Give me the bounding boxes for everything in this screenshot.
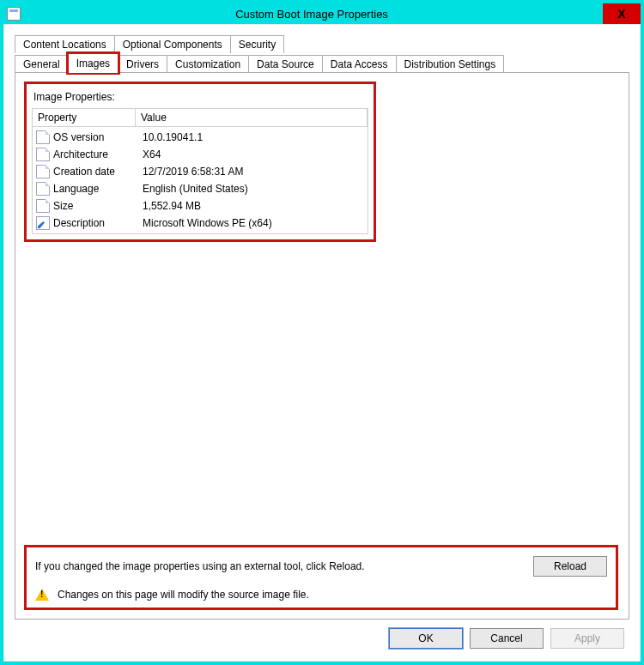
tab-data-access[interactable]: Data Access bbox=[322, 55, 397, 73]
section-title: Image Properties: bbox=[33, 91, 368, 103]
cell-value: X64 bbox=[143, 148, 364, 160]
table-body: OS version 10.0.19041.1 Architecture X64… bbox=[33, 127, 368, 233]
close-button[interactable]: X bbox=[603, 3, 641, 24]
table-row[interactable]: OS version 10.0.19041.1 bbox=[33, 129, 368, 146]
table-header: Property Value bbox=[33, 109, 368, 127]
page-icon bbox=[36, 148, 50, 161]
cancel-button[interactable]: Cancel bbox=[470, 628, 544, 649]
cell-value: 10.0.19041.1 bbox=[143, 131, 364, 143]
cell-property: Creation date bbox=[53, 166, 139, 178]
page-icon bbox=[36, 165, 50, 178]
tab-row-1: Content Locations Optional Components Se… bbox=[15, 35, 629, 53]
table-row[interactable]: Size 1,552.94 MB bbox=[33, 197, 368, 215]
tab-drivers[interactable]: Drivers bbox=[118, 55, 167, 73]
tab-label: Optional Components bbox=[123, 39, 222, 51]
col-header-property[interactable]: Property bbox=[33, 109, 136, 127]
tab-distribution-settings[interactable]: Distribution Settings bbox=[396, 55, 505, 73]
bottom-section: If you changed the image properties usin… bbox=[24, 545, 618, 610]
warning-message: Changes on this page will modify the sou… bbox=[58, 589, 309, 601]
tab-label: General bbox=[23, 58, 60, 70]
tab-row-2: General Images Drivers Customization Dat… bbox=[15, 53, 629, 73]
window-title: Custom Boot Image Properties bbox=[21, 8, 603, 21]
spacer bbox=[24, 242, 618, 541]
table-row[interactable]: Description Microsoft Windows PE (x64) bbox=[33, 215, 368, 232]
cell-property: Language bbox=[53, 183, 139, 195]
table-row[interactable]: Language English (United States) bbox=[33, 180, 368, 197]
tab-label: Customization bbox=[175, 58, 240, 70]
tab-page-images: Image Properties: Property Value OS vers… bbox=[15, 72, 629, 620]
cell-value: Microsoft Windows PE (x64) bbox=[143, 217, 364, 229]
tab-security[interactable]: Security bbox=[230, 35, 284, 53]
col-header-value[interactable]: Value bbox=[136, 109, 368, 127]
reload-button[interactable]: Reload bbox=[533, 556, 607, 577]
close-icon: X bbox=[617, 7, 625, 21]
tab-images[interactable]: Images bbox=[68, 53, 118, 73]
warning-icon bbox=[35, 589, 49, 601]
tab-label: Images bbox=[76, 57, 110, 70]
page-icon bbox=[36, 130, 50, 144]
cell-property: Size bbox=[53, 200, 139, 212]
page-icon bbox=[36, 199, 50, 213]
button-label: Apply bbox=[574, 632, 600, 644]
image-properties-section: Image Properties: Property Value OS vers… bbox=[24, 82, 376, 242]
apply-button: Apply bbox=[550, 628, 624, 649]
tab-label: Security bbox=[239, 39, 276, 51]
reload-message: If you changed the image properties usin… bbox=[35, 560, 523, 572]
cell-value: English (United States) bbox=[143, 183, 364, 195]
properties-table: Property Value OS version 10.0.19041.1 A… bbox=[32, 108, 368, 234]
cell-property: Architecture bbox=[53, 148, 139, 160]
button-label: Reload bbox=[554, 560, 586, 572]
reload-row: If you changed the image properties usin… bbox=[35, 556, 607, 577]
tab-general[interactable]: General bbox=[15, 55, 69, 73]
dialog-button-row: OK Cancel Apply bbox=[15, 620, 629, 652]
tab-label: Content Locations bbox=[23, 39, 106, 51]
tab-data-source[interactable]: Data Source bbox=[248, 55, 323, 73]
page-icon bbox=[36, 182, 50, 196]
ok-button[interactable]: OK bbox=[389, 628, 463, 649]
edit-page-icon bbox=[36, 216, 50, 230]
button-label: Cancel bbox=[490, 632, 522, 644]
titlebar: Custom Boot Image Properties X bbox=[3, 3, 641, 24]
cell-property: OS version bbox=[53, 131, 139, 143]
cell-value: 1,552.94 MB bbox=[143, 200, 364, 212]
tab-content-locations[interactable]: Content Locations bbox=[15, 35, 115, 53]
tab-customization[interactable]: Customization bbox=[167, 55, 249, 73]
tabstrip: Content Locations Optional Components Se… bbox=[15, 35, 629, 73]
warning-row: Changes on this page will modify the sou… bbox=[35, 589, 607, 601]
cell-property: Description bbox=[53, 217, 139, 229]
tab-label: Data Access bbox=[331, 58, 388, 70]
tab-label: Distribution Settings bbox=[404, 58, 496, 70]
tab-optional-components[interactable]: Optional Components bbox=[114, 35, 231, 53]
cell-value: 12/7/2019 6:58:31 AM bbox=[143, 166, 364, 178]
tab-label: Data Source bbox=[257, 58, 314, 70]
window-icon bbox=[7, 7, 21, 21]
button-label: OK bbox=[418, 632, 433, 644]
window-frame: Custom Boot Image Properties X Content L… bbox=[0, 0, 644, 665]
tab-label: Drivers bbox=[126, 58, 159, 70]
client-area: Content Locations Optional Components Se… bbox=[3, 24, 641, 662]
table-row[interactable]: Architecture X64 bbox=[33, 146, 368, 163]
table-row[interactable]: Creation date 12/7/2019 6:58:31 AM bbox=[33, 163, 368, 180]
